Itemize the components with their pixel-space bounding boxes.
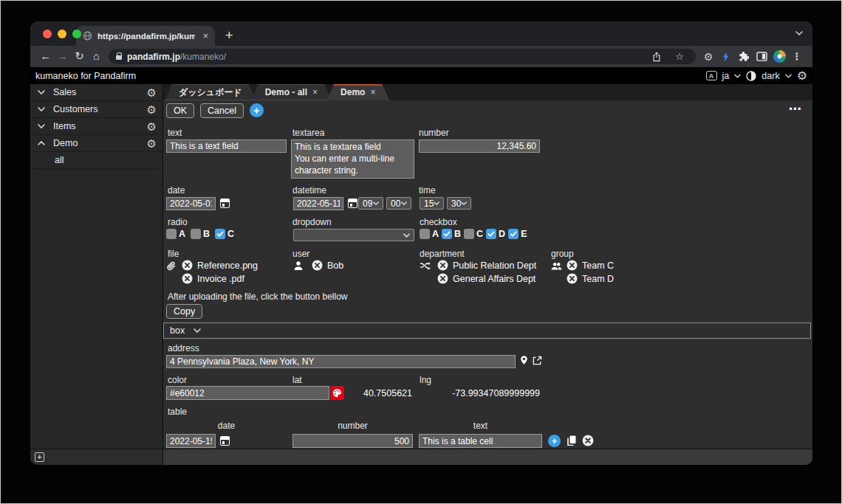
sidebar-subitem-all[interactable]: all bbox=[30, 152, 162, 169]
chevron-down-icon[interactable] bbox=[194, 328, 201, 333]
remove-icon[interactable] bbox=[312, 260, 323, 271]
file-name[interactable]: Reference.png bbox=[197, 260, 258, 271]
textarea-input[interactable]: This is a textarea field You can enter a… bbox=[291, 139, 414, 179]
remove-icon[interactable] bbox=[437, 260, 448, 271]
time-hour-select[interactable]: 15 bbox=[420, 197, 444, 210]
browser-menu-icon[interactable]: ⋮ bbox=[788, 52, 806, 61]
settings-gear-icon[interactable]: ⚙ bbox=[797, 70, 807, 82]
remove-icon[interactable] bbox=[437, 273, 448, 284]
user-icon[interactable] bbox=[293, 260, 304, 271]
group-name[interactable]: Team D bbox=[582, 274, 614, 284]
chevron-down-icon[interactable] bbox=[38, 90, 45, 94]
gear-icon[interactable]: ⚙ bbox=[147, 87, 157, 98]
text-input[interactable] bbox=[166, 139, 287, 153]
forward-button[interactable]: → bbox=[54, 51, 71, 62]
language-chevron-icon[interactable] bbox=[734, 74, 741, 78]
contrast-icon[interactable] bbox=[746, 71, 756, 81]
table-add-row-button[interactable]: + bbox=[548, 435, 561, 447]
theme-select-value[interactable]: dark bbox=[761, 71, 779, 81]
radio-option-b[interactable]: B bbox=[191, 229, 210, 239]
sidebar-item-demo[interactable]: Demo ⚙ bbox=[30, 135, 162, 152]
remove-icon[interactable] bbox=[567, 260, 578, 271]
time-minute-select[interactable]: 30 bbox=[447, 197, 471, 210]
group-name[interactable]: Team C bbox=[582, 260, 614, 271]
remove-row-icon[interactable] bbox=[582, 435, 594, 446]
radio-box[interactable] bbox=[191, 229, 201, 239]
sidebar-item-items[interactable]: Items ⚙ bbox=[30, 118, 162, 135]
radio-box-checked[interactable] bbox=[215, 229, 225, 239]
home-button[interactable]: ⌂ bbox=[88, 51, 105, 62]
maximize-window-button[interactable] bbox=[72, 30, 81, 38]
checkbox-box-checked[interactable] bbox=[508, 229, 518, 239]
tab-demo[interactable]: Demo × bbox=[326, 84, 389, 100]
remove-icon[interactable] bbox=[182, 260, 193, 271]
extension-bolt-icon[interactable] bbox=[717, 52, 735, 62]
group-icon[interactable] bbox=[551, 261, 562, 271]
checkbox-option-e[interactable]: E bbox=[508, 229, 527, 239]
user-name[interactable]: Bob bbox=[327, 260, 343, 271]
datetime-hour-select[interactable]: 09 bbox=[358, 197, 383, 210]
gear-icon[interactable]: ⚙ bbox=[147, 138, 157, 149]
bookmark-star-icon[interactable]: ☆ bbox=[671, 51, 688, 62]
file-name[interactable]: Invoice .pdf bbox=[197, 274, 244, 284]
calendar-icon[interactable] bbox=[220, 436, 230, 446]
checkbox-box[interactable] bbox=[464, 229, 474, 239]
checkbox-box[interactable] bbox=[420, 229, 430, 239]
copy-button[interactable]: Copy bbox=[166, 304, 202, 319]
address-bar[interactable]: pandafirm.jp/kumaneko/ ☆ bbox=[109, 49, 696, 64]
tab-dashboard[interactable]: ダッシュボード bbox=[165, 84, 256, 100]
profile-avatar[interactable] bbox=[770, 50, 788, 63]
lock-icon[interactable] bbox=[116, 55, 122, 60]
extensions-puzzle-icon[interactable] bbox=[735, 52, 753, 62]
department-name[interactable]: General Affairs Dept bbox=[453, 274, 535, 284]
language-select-value[interactable]: ja bbox=[722, 71, 730, 81]
date-input[interactable] bbox=[166, 197, 216, 210]
radio-option-c[interactable]: C bbox=[215, 229, 234, 239]
gear-icon[interactable]: ⚙ bbox=[147, 104, 157, 115]
department-name[interactable]: Public Relation Dept bbox=[453, 260, 536, 271]
datetime-date-input[interactable] bbox=[293, 197, 343, 210]
theme-chevron-icon[interactable] bbox=[785, 74, 792, 78]
share-button[interactable] bbox=[648, 52, 665, 62]
checkbox-box-checked[interactable] bbox=[486, 229, 496, 239]
table-date-input[interactable] bbox=[166, 434, 216, 448]
reload-button[interactable]: ↻ bbox=[71, 51, 88, 62]
number-input[interactable] bbox=[419, 139, 540, 153]
tab-search-chevron-icon[interactable] bbox=[795, 31, 803, 35]
extension-gear-icon[interactable]: ⚙ bbox=[699, 52, 717, 62]
remove-icon[interactable] bbox=[182, 273, 193, 284]
remove-icon[interactable] bbox=[567, 273, 578, 284]
translate-icon[interactable]: A bbox=[706, 71, 717, 80]
calendar-icon[interactable] bbox=[348, 199, 357, 208]
external-link-icon[interactable] bbox=[533, 356, 542, 365]
duplicate-row-icon[interactable] bbox=[567, 435, 577, 446]
browser-tab[interactable]: https://pandafirm.jp/kumaneko × bbox=[76, 26, 215, 46]
sidebar-item-sales[interactable]: Sales ⚙ bbox=[30, 84, 162, 101]
gear-icon[interactable]: ⚙ bbox=[147, 121, 157, 132]
table-number-input[interactable] bbox=[292, 434, 413, 448]
radio-option-a[interactable]: A bbox=[166, 229, 185, 239]
checkbox-box-checked[interactable] bbox=[442, 229, 452, 239]
chevron-down-icon[interactable] bbox=[38, 124, 45, 128]
paperclip-icon[interactable] bbox=[166, 261, 177, 272]
address-input[interactable] bbox=[166, 355, 516, 368]
tab-close-icon[interactable]: × bbox=[202, 31, 208, 41]
tab-close-icon[interactable]: × bbox=[312, 88, 318, 97]
cancel-button[interactable]: Cancel bbox=[200, 103, 244, 118]
calendar-icon[interactable] bbox=[220, 199, 230, 208]
tab-close-icon[interactable]: × bbox=[370, 88, 375, 97]
tab-demo-all[interactable]: Demo - all × bbox=[251, 84, 332, 100]
checkbox-option-d[interactable]: D bbox=[486, 229, 505, 239]
back-button[interactable]: ← bbox=[37, 51, 54, 62]
ok-button[interactable]: OK bbox=[166, 103, 194, 118]
radio-box[interactable] bbox=[166, 229, 177, 239]
chevron-down-icon[interactable] bbox=[38, 107, 45, 111]
chevron-up-icon[interactable] bbox=[38, 141, 45, 145]
sidebar-item-customers[interactable]: Customers ⚙ bbox=[30, 101, 162, 118]
datetime-minute-select[interactable]: 00 bbox=[386, 197, 411, 210]
minimize-window-button[interactable] bbox=[58, 30, 66, 38]
more-options-icon[interactable]: ⋯ bbox=[789, 101, 802, 117]
new-tab-button[interactable]: + bbox=[225, 29, 233, 42]
checkbox-option-a[interactable]: A bbox=[420, 229, 439, 239]
add-app-icon[interactable]: + bbox=[35, 452, 44, 462]
